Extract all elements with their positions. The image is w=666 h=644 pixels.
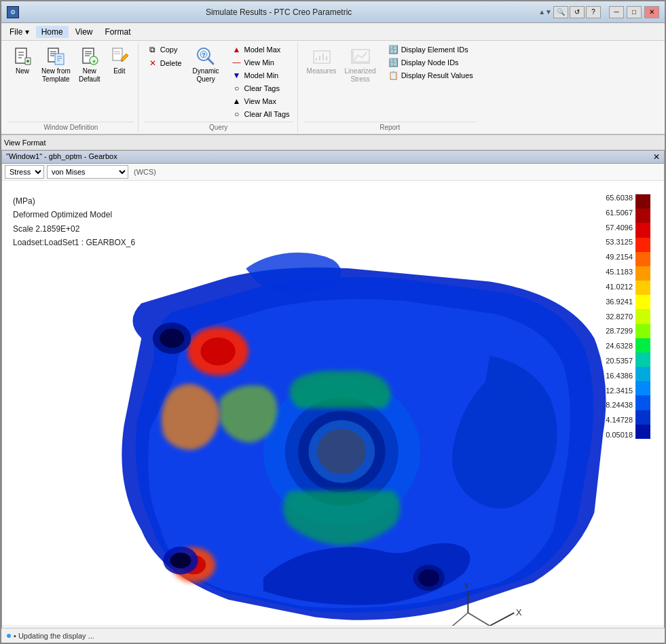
scale-labels: 65.603861.506757.409653.312549.215445.11… — [606, 194, 633, 439]
scale-color-segment-4 — [635, 252, 650, 266]
query-right-group: ▲ Model Max — View Min ▼ Model Min ○ — [228, 43, 293, 120]
scale-value-7: 36.9241 — [606, 298, 633, 306]
stress-type-select[interactable]: Stress — [5, 165, 44, 179]
new-label: New — [16, 67, 29, 75]
sim-window-title-text: "Window1" - gbh_optm - Gearbox — [6, 152, 117, 162]
scale-value-16: 0.05018 — [606, 431, 633, 439]
display-element-ids-button[interactable]: 🔢 Display Element IDs — [385, 43, 477, 56]
model-max-icon: ▲ — [232, 45, 242, 54]
scale-value-11: 20.5357 — [606, 357, 633, 365]
delete-button[interactable]: ✕ Delete — [144, 57, 185, 69]
copy-delete-group: ⧉ Copy ✕ Delete — [144, 43, 185, 69]
menu-format[interactable]: Format — [99, 26, 136, 38]
new-button[interactable]: New — [8, 43, 37, 77]
copy-label: Copy — [160, 46, 178, 54]
new-from-template-label: New fromTemplate — [41, 67, 71, 84]
scale-value-6: 41.0212 — [606, 283, 633, 291]
scale-label: Scale 2.1859E+02 — [13, 222, 135, 236]
scale-color-segment-2 — [635, 223, 650, 237]
scale-value-12: 16.4386 — [606, 372, 633, 380]
delete-label: Delete — [160, 59, 182, 67]
dynamic-query-button[interactable]: ? DynamicQuery — [189, 43, 223, 86]
restore-btn[interactable]: □ — [627, 6, 642, 18]
display-element-ids-label: Display Element IDs — [401, 46, 468, 54]
clear-all-tags-icon: ○ — [232, 109, 242, 119]
measures-icon — [311, 46, 333, 67]
report-right-group: 🔢 Display Element IDs 🔢 Display Node IDs… — [385, 43, 477, 82]
scale-value-9: 28.7299 — [606, 327, 633, 335]
status-message: • Updating the display ... — [14, 632, 94, 640]
ribbon-group-window-definition: New — [4, 42, 138, 132]
scale-color-segment-7 — [635, 295, 650, 309]
new-default-label: NewDefault — [79, 67, 100, 84]
sim-window-title-bar: "Window1" - gbh_optm - Gearbox ✕ — [2, 151, 664, 164]
scale-color-segment-0 — [635, 194, 650, 209]
model-max-button[interactable]: ▲ Model Max — [228, 43, 293, 56]
app-icon: ⚙ — [7, 6, 19, 18]
scale-value-2: 57.4096 — [606, 224, 633, 232]
search-btn[interactable]: 🔍 — [553, 6, 568, 18]
scale-color-segment-6 — [635, 281, 650, 295]
display-node-ids-label: Display Node IDs — [401, 58, 459, 67]
query-label: Query — [144, 122, 293, 131]
report-label: Report — [303, 122, 477, 131]
scale-color-segment-9 — [635, 324, 650, 338]
scale-value-0: 65.6038 — [606, 194, 633, 202]
menu-bar: File ▾ Home View Format — [1, 23, 665, 41]
copy-button[interactable]: ⧉ Copy — [144, 43, 185, 56]
scale-color-segment-5 — [635, 266, 650, 281]
view-min-button[interactable]: — View Min — [228, 56, 293, 69]
clear-all-tags-button[interactable]: ○ Clear All Tags — [228, 108, 293, 120]
svg-text:?: ? — [202, 52, 206, 58]
unit-label: (MPa) — [13, 194, 135, 208]
view-format-bar: View Format — [1, 135, 665, 150]
scale-color-segment-12 — [635, 367, 650, 381]
view-max-button[interactable]: ▲ View Max — [228, 95, 293, 107]
svg-text:Y: Y — [464, 581, 470, 591]
ribbon-group-report: Measures — [299, 42, 481, 132]
dynamic-query-label: DynamicQuery — [193, 67, 219, 84]
display-node-ids-button[interactable]: 🔢 Display Node IDs — [385, 56, 477, 69]
ribbon-content: New — [1, 41, 665, 134]
help-btn[interactable]: ? — [586, 6, 601, 18]
close-btn[interactable]: ✕ — [644, 6, 659, 18]
stress-component-select[interactable]: von Mises — [47, 165, 128, 179]
refresh-btn[interactable]: ↺ — [570, 6, 585, 18]
scale-bar — [635, 194, 650, 439]
status-indicator — [7, 634, 11, 638]
window-definition-label: Window Definition — [8, 122, 134, 131]
view-format-label: View Format — [4, 139, 46, 147]
svg-rect-29 — [314, 51, 330, 63]
display-result-values-button[interactable]: 📋 Display Result Values — [385, 69, 477, 82]
main-area: "Window1" - gbh_optm - Gearbox ✕ Stress … — [1, 150, 665, 628]
scale-value-14: 8.24438 — [606, 401, 633, 409]
title-bar: ⚙ Simulate Results - PTC Creo Parametric… — [1, 1, 665, 23]
scale-color-segment-15 — [635, 410, 650, 425]
info-overlay: (MPa) Deformed Optimized Model Scale 2.1… — [13, 194, 135, 250]
scale-value-5: 45.1183 — [606, 268, 633, 276]
control-bar: Stress von Mises (WCS) — [2, 164, 664, 181]
linearized-stress-label: LinearizedStress — [344, 67, 375, 84]
clear-tags-button[interactable]: ○ Clear Tags — [228, 82, 293, 94]
minimize-btn[interactable]: ─ — [609, 6, 624, 18]
svg-point-50 — [418, 569, 439, 587]
clear-tags-icon: ○ — [232, 84, 242, 93]
edit-button[interactable]: Edit — [105, 43, 134, 77]
scale-value-3: 53.3125 — [606, 238, 633, 246]
model-min-button[interactable]: ▼ Model Min — [228, 69, 293, 82]
display-result-values-icon: 📋 — [388, 71, 399, 80]
title-bar-right: ▲▼ 🔍 ↺ ? ─ □ ✕ — [538, 6, 659, 18]
clear-all-tags-label: Clear All Tags — [244, 110, 290, 118]
model-min-icon: ▼ — [232, 71, 242, 80]
menu-file[interactable]: File ▾ — [4, 26, 35, 38]
menu-home[interactable]: Home — [36, 26, 69, 38]
new-from-template-button[interactable]: New fromTemplate — [38, 43, 74, 86]
scale-value-10: 24.6328 — [606, 342, 633, 350]
menu-view[interactable]: View — [70, 26, 98, 38]
copy-icon: ⧉ — [147, 45, 158, 54]
svg-point-54 — [170, 553, 191, 569]
new-default-button[interactable]: ★ NewDefault — [75, 43, 104, 86]
svg-line-66 — [489, 613, 514, 626]
view-max-label: View Max — [244, 97, 276, 105]
sim-window-close-btn[interactable]: ✕ — [653, 152, 660, 162]
